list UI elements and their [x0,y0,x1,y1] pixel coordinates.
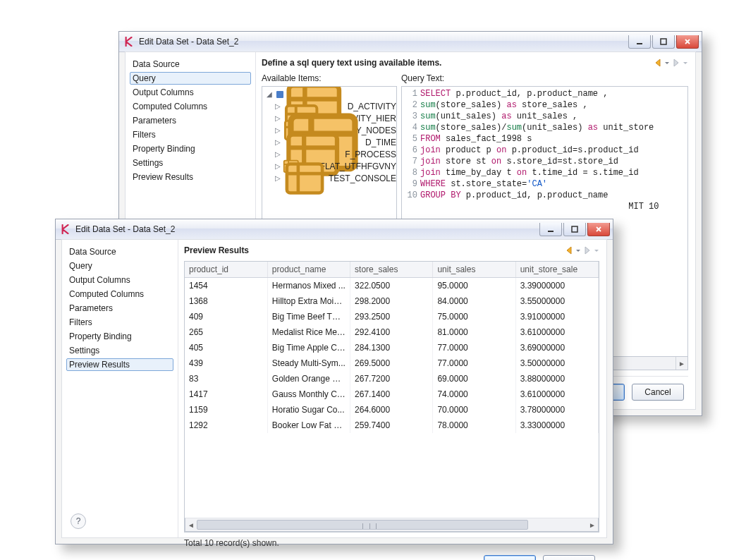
nav-item-preview-results[interactable]: Preview Results [130,171,251,183]
nav-back-icon[interactable] [564,245,574,255]
table-cell: Big Time Apple Ci... [267,340,350,355]
table-row[interactable]: 1417Gauss Monthly Co...267.140074.00003.… [185,386,599,402]
nav-back-menu-icon[interactable] [575,245,581,255]
nav-item-parameters[interactable]: Parameters [66,302,173,315]
table-cell: Golden Orange Fo... [267,371,350,386]
table-icon [282,174,327,183]
table-cell: Booker Low Fat C... [267,418,350,433]
table-cell: 81.0000 [433,324,515,340]
table-cell: 1454 [185,278,267,294]
table-row[interactable]: 83Golden Orange Fo...267.720069.00003.88… [185,371,599,386]
scroll-thumb[interactable] [197,520,528,530]
nav-item-data-source[interactable]: Data Source [130,58,251,71]
table-cell: 264.6000 [350,402,433,418]
minimize-button[interactable] [539,223,562,236]
table-row[interactable]: 439Steady Multi-Sym...269.500077.00003.5… [185,355,599,371]
nav-item-query[interactable]: Query [130,72,251,85]
nav-item-parameters[interactable]: Parameters [130,114,251,127]
table-cell: 74.0000 [433,386,515,402]
table-cell: 3.33000000 [515,418,598,433]
app-icon [60,224,71,235]
table-cell: 269.5000 [350,355,433,371]
nav-forward-menu-icon[interactable] [683,58,688,68]
preview-results-table[interactable]: product_idproduct_namestore_salesunit_sa… [185,262,599,433]
column-header[interactable]: unit_store_sale [515,262,598,278]
window-title: Edit Data Set - Data Set_2 [75,224,538,234]
table-row[interactable]: 1368Hilltop Extra Moist...298.200084.000… [185,293,599,309]
nav-item-settings[interactable]: Settings [130,157,251,169]
cancel-button[interactable]: Cancel [543,555,595,560]
table-cell: 259.7400 [350,418,433,433]
nav-item-computed-columns[interactable]: Computed Columns [66,288,173,300]
svg-rect-21 [287,164,322,193]
nav-forward-icon[interactable] [582,245,592,255]
table-cell: 3.69000000 [515,340,598,355]
table-row[interactable]: 1292Booker Low Fat C...259.740078.00003.… [185,418,599,433]
status-text: Total 10 record(s) shown. [184,538,599,548]
table-cell: 83 [185,371,267,386]
left-nav: Data SourceQueryOutput ColumnsComputed C… [62,240,178,537]
nav-item-computed-columns[interactable]: Computed Columns [130,100,251,113]
nav-item-query[interactable]: Query [66,260,173,272]
column-header[interactable]: store_sales [350,262,433,278]
help-icon[interactable]: ? [71,513,86,529]
close-button[interactable] [587,223,610,236]
table-cell: 293.2500 [350,309,433,324]
table-cell: Steady Multi-Sym... [267,355,350,371]
nav-back-menu-icon[interactable] [664,58,670,68]
nav-forward-icon[interactable] [671,58,681,68]
table-hscrollbar[interactable]: ◄ ► [185,518,599,532]
scroll-left-icon[interactable]: ◄ [185,518,197,531]
titlebar[interactable]: Edit Data Set - Data Set_2 [56,219,613,240]
nav-item-output-columns[interactable]: Output Columns [130,86,251,99]
close-button[interactable] [676,35,699,49]
ok-button[interactable]: OK [484,555,536,560]
table-cell: 70.0000 [433,402,515,418]
titlebar[interactable]: Edit Data Set - Data Set_2 [119,32,702,52]
scroll-right-icon[interactable]: ► [675,357,687,370]
table-cell: Big Time Beef TV ... [267,309,350,324]
nav-item-data-source[interactable]: Data Source [66,245,173,258]
column-header[interactable]: unit_sales [433,262,515,278]
table-cell: 84.0000 [433,293,515,309]
cancel-button[interactable]: Cancel [632,384,684,401]
table-cell: 298.2000 [350,293,433,309]
table-row[interactable]: 405Big Time Apple Ci...284.130077.00003.… [185,340,599,355]
maximize-button[interactable] [563,223,586,236]
scroll-right-icon[interactable]: ► [587,518,598,531]
nav-item-filters[interactable]: Filters [66,316,173,329]
table-row[interactable]: 1159Horatio Sugar Co...264.600070.00003.… [185,402,599,418]
table-cell: 292.4100 [350,324,433,340]
nav-item-preview-results[interactable]: Preview Results [66,358,173,371]
table-cell: Hilltop Extra Moist... [267,293,350,309]
nav-item-property-binding[interactable]: Property Binding [66,330,173,343]
svg-rect-0 [637,43,642,44]
table-cell: 77.0000 [433,355,515,371]
nav-item-settings[interactable]: Settings [66,344,173,357]
table-cell: 439 [185,355,267,371]
tree-item[interactable]: ▷TEST_CONSOLE [262,172,396,184]
table-cell: 322.0500 [350,278,433,294]
table-cell: 3.78000000 [515,402,598,418]
column-header[interactable]: product_id [185,262,267,278]
table-cell: 3.50000000 [515,355,598,371]
nav-item-output-columns[interactable]: Output Columns [66,274,173,286]
table-cell: 3.61000000 [515,386,598,402]
maximize-button[interactable] [652,35,675,49]
table-cell: 1417 [185,386,267,402]
table-row[interactable]: 409Big Time Beef TV ...293.250075.00003.… [185,309,599,324]
table-row[interactable]: 265Medalist Rice Medly292.410081.00003.6… [185,324,599,340]
nav-forward-menu-icon[interactable] [594,245,599,255]
table-row[interactable]: 1454Hermanos Mixed ...322.050095.00003.3… [185,278,599,294]
table-cell: 3.61000000 [515,324,598,340]
column-header[interactable]: product_name [267,262,350,278]
svg-rect-24 [548,231,554,232]
minimize-button[interactable] [628,35,651,49]
table-cell: 267.1400 [350,386,433,402]
nav-item-property-binding[interactable]: Property Binding [130,142,251,155]
nav-item-filters[interactable]: Filters [130,128,251,141]
nav-back-icon[interactable] [653,58,663,68]
table-cell: 1159 [185,402,267,418]
svg-rect-25 [572,226,577,232]
page-heading: Preview Results [184,245,564,255]
